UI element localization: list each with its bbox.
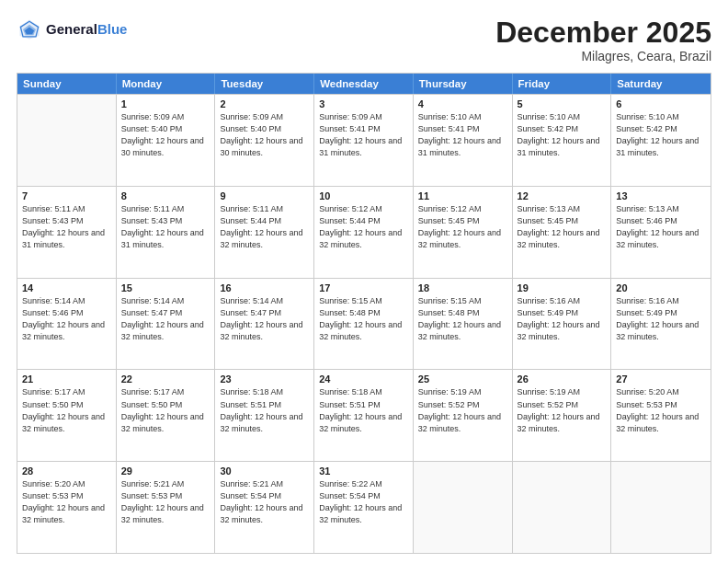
calendar-body: 1Sunrise: 5:09 AM Sunset: 5:40 PM Daylig…: [17, 94, 711, 553]
calendar-row: 28Sunrise: 5:20 AM Sunset: 5:53 PM Dayli…: [17, 461, 711, 553]
day-number: 16: [220, 282, 309, 293]
day-number: 27: [616, 373, 706, 385]
day-number: 8: [121, 190, 210, 201]
day-info: Sunrise: 5:21 AM Sunset: 5:54 PM Dayligh…: [220, 478, 309, 526]
day-number: 11: [418, 190, 507, 201]
day-info: Sunrise: 5:12 AM Sunset: 5:44 PM Dayligh…: [319, 203, 408, 251]
calendar-cell: 3Sunrise: 5:09 AM Sunset: 5:41 PM Daylig…: [314, 95, 414, 186]
month-title: December 2025: [495, 17, 711, 49]
calendar-cell: [513, 462, 612, 553]
day-of-week-header: Tuesday: [215, 74, 314, 94]
logo: GeneralBlue: [17, 17, 127, 42]
day-info: Sunrise: 5:09 AM Sunset: 5:40 PM Dayligh…: [121, 111, 210, 159]
calendar-cell: 26Sunrise: 5:19 AM Sunset: 5:52 PM Dayli…: [513, 370, 612, 461]
calendar-cell: 16Sunrise: 5:14 AM Sunset: 5:47 PM Dayli…: [215, 279, 314, 370]
calendar-cell: 5Sunrise: 5:10 AM Sunset: 5:42 PM Daylig…: [513, 95, 612, 186]
day-number: 30: [220, 465, 309, 477]
day-number: 21: [22, 373, 111, 385]
calendar-cell: 18Sunrise: 5:15 AM Sunset: 5:48 PM Dayli…: [414, 279, 513, 370]
calendar: SundayMondayTuesdayWednesdayThursdayFrid…: [17, 73, 711, 554]
day-info: Sunrise: 5:10 AM Sunset: 5:42 PM Dayligh…: [616, 111, 706, 159]
day-number: 15: [121, 282, 210, 293]
day-number: 29: [121, 465, 210, 477]
day-info: Sunrise: 5:19 AM Sunset: 5:52 PM Dayligh…: [518, 386, 607, 434]
day-number: 7: [22, 190, 111, 201]
day-number: 17: [319, 282, 408, 293]
day-info: Sunrise: 5:18 AM Sunset: 5:51 PM Dayligh…: [319, 386, 408, 434]
calendar-cell: [611, 462, 711, 553]
day-number: 23: [220, 373, 309, 385]
calendar-cell: [414, 462, 513, 553]
logo-icon: [17, 17, 42, 42]
day-number: 31: [319, 465, 408, 477]
day-info: Sunrise: 5:12 AM Sunset: 5:45 PM Dayligh…: [418, 203, 507, 251]
header: GeneralBlue December 2025 Milagres, Cear…: [17, 17, 711, 63]
day-number: 20: [616, 282, 706, 293]
logo-text: GeneralBlue: [46, 22, 127, 38]
day-number: 19: [518, 282, 607, 293]
day-number: 25: [418, 373, 507, 385]
calendar-cell: 7Sunrise: 5:11 AM Sunset: 5:43 PM Daylig…: [17, 187, 117, 278]
calendar-cell: [17, 95, 117, 186]
day-number: 12: [518, 190, 607, 201]
calendar-cell: 21Sunrise: 5:17 AM Sunset: 5:50 PM Dayli…: [17, 370, 117, 461]
calendar-cell: 22Sunrise: 5:17 AM Sunset: 5:50 PM Dayli…: [117, 370, 216, 461]
calendar-cell: 17Sunrise: 5:15 AM Sunset: 5:48 PM Dayli…: [314, 279, 414, 370]
calendar-row: 7Sunrise: 5:11 AM Sunset: 5:43 PM Daylig…: [17, 186, 711, 278]
calendar-cell: 6Sunrise: 5:10 AM Sunset: 5:42 PM Daylig…: [611, 95, 711, 186]
calendar-row: 21Sunrise: 5:17 AM Sunset: 5:50 PM Dayli…: [17, 369, 711, 461]
day-number: 13: [616, 190, 706, 201]
day-number: 24: [319, 373, 408, 385]
day-number: 10: [319, 190, 408, 201]
day-info: Sunrise: 5:13 AM Sunset: 5:45 PM Dayligh…: [518, 203, 607, 251]
day-info: Sunrise: 5:15 AM Sunset: 5:48 PM Dayligh…: [418, 295, 507, 343]
day-info: Sunrise: 5:13 AM Sunset: 5:46 PM Dayligh…: [616, 203, 706, 251]
calendar-cell: 28Sunrise: 5:20 AM Sunset: 5:53 PM Dayli…: [17, 462, 117, 553]
calendar-cell: 4Sunrise: 5:10 AM Sunset: 5:41 PM Daylig…: [414, 95, 513, 186]
calendar-cell: 9Sunrise: 5:11 AM Sunset: 5:44 PM Daylig…: [215, 187, 314, 278]
calendar-cell: 20Sunrise: 5:16 AM Sunset: 5:49 PM Dayli…: [611, 279, 711, 370]
calendar-cell: 13Sunrise: 5:13 AM Sunset: 5:46 PM Dayli…: [611, 187, 711, 278]
calendar-cell: 11Sunrise: 5:12 AM Sunset: 5:45 PM Dayli…: [414, 187, 513, 278]
day-number: 1: [121, 98, 210, 109]
calendar-cell: 14Sunrise: 5:14 AM Sunset: 5:46 PM Dayli…: [17, 279, 117, 370]
calendar-cell: 2Sunrise: 5:09 AM Sunset: 5:40 PM Daylig…: [215, 95, 314, 186]
calendar-cell: 23Sunrise: 5:18 AM Sunset: 5:51 PM Dayli…: [215, 370, 314, 461]
calendar-cell: 25Sunrise: 5:19 AM Sunset: 5:52 PM Dayli…: [414, 370, 513, 461]
calendar-cell: 1Sunrise: 5:09 AM Sunset: 5:40 PM Daylig…: [117, 95, 216, 186]
day-number: 18: [418, 282, 507, 293]
calendar-cell: 15Sunrise: 5:14 AM Sunset: 5:47 PM Dayli…: [117, 279, 216, 370]
day-info: Sunrise: 5:15 AM Sunset: 5:48 PM Dayligh…: [319, 295, 408, 343]
day-number: 4: [418, 98, 507, 109]
title-block: December 2025 Milagres, Ceara, Brazil: [495, 17, 711, 63]
calendar-cell: 12Sunrise: 5:13 AM Sunset: 5:45 PM Dayli…: [513, 187, 612, 278]
calendar-row: 14Sunrise: 5:14 AM Sunset: 5:46 PM Dayli…: [17, 278, 711, 370]
day-info: Sunrise: 5:18 AM Sunset: 5:51 PM Dayligh…: [220, 386, 309, 434]
day-number: 26: [518, 373, 607, 385]
day-info: Sunrise: 5:16 AM Sunset: 5:49 PM Dayligh…: [518, 295, 607, 343]
day-info: Sunrise: 5:20 AM Sunset: 5:53 PM Dayligh…: [22, 478, 111, 526]
day-number: 2: [220, 98, 309, 109]
calendar-header: SundayMondayTuesdayWednesdayThursdayFrid…: [17, 74, 711, 94]
day-info: Sunrise: 5:10 AM Sunset: 5:41 PM Dayligh…: [418, 111, 507, 159]
day-of-week-header: Wednesday: [314, 74, 414, 94]
day-number: 28: [22, 465, 111, 477]
day-info: Sunrise: 5:20 AM Sunset: 5:53 PM Dayligh…: [616, 386, 706, 434]
day-of-week-header: Friday: [513, 74, 612, 94]
location: Milagres, Ceara, Brazil: [495, 49, 711, 63]
day-info: Sunrise: 5:21 AM Sunset: 5:53 PM Dayligh…: [121, 478, 210, 526]
day-info: Sunrise: 5:22 AM Sunset: 5:54 PM Dayligh…: [319, 478, 408, 526]
day-info: Sunrise: 5:09 AM Sunset: 5:41 PM Dayligh…: [319, 111, 408, 159]
calendar-cell: 31Sunrise: 5:22 AM Sunset: 5:54 PM Dayli…: [314, 462, 414, 553]
day-info: Sunrise: 5:14 AM Sunset: 5:47 PM Dayligh…: [121, 295, 210, 343]
day-info: Sunrise: 5:17 AM Sunset: 5:50 PM Dayligh…: [121, 386, 210, 434]
day-info: Sunrise: 5:09 AM Sunset: 5:40 PM Dayligh…: [220, 111, 309, 159]
day-of-week-header: Thursday: [414, 74, 513, 94]
day-number: 3: [319, 98, 408, 109]
day-of-week-header: Sunday: [17, 74, 117, 94]
day-number: 6: [616, 98, 706, 109]
day-info: Sunrise: 5:14 AM Sunset: 5:46 PM Dayligh…: [22, 295, 111, 343]
calendar-cell: 10Sunrise: 5:12 AM Sunset: 5:44 PM Dayli…: [314, 187, 414, 278]
day-number: 9: [220, 190, 309, 201]
day-number: 22: [121, 373, 210, 385]
